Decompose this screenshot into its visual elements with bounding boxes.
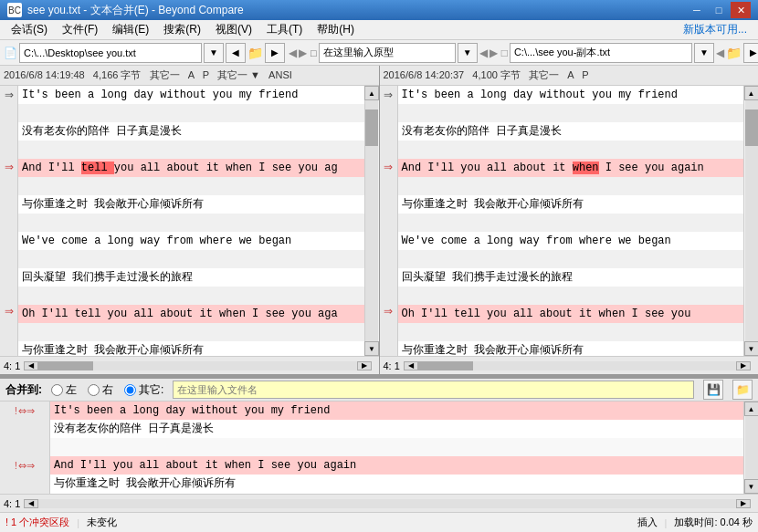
right-hscroll-left[interactable]: ◀ (404, 361, 418, 370)
right-hscroll-thumb[interactable] (418, 361, 473, 370)
left-scroll-thumb[interactable] (365, 110, 378, 146)
menu-help[interactable]: 帮助(H) (310, 20, 362, 39)
left-path-input[interactable] (19, 43, 202, 63)
left-text-area[interactable]: It's been a long day without you my frie… (18, 86, 364, 356)
left-line-13: Oh I'll tell you all about it when I see… (18, 305, 364, 323)
right-line-9: We've come a long way from where we bega… (398, 232, 744, 250)
left-hscroll-thumb[interactable] (38, 361, 93, 370)
merge-line-3 (50, 438, 743, 456)
right-hscroll-track[interactable]: ◀ ▶ (404, 361, 751, 370)
left-panel-header: 2016/6/8 14:19:48 4,166 字节 其它一 A P 其它一 ▼… (0, 66, 379, 86)
right-scroll-track[interactable] (745, 100, 758, 341)
left-position: 4: 1 (4, 360, 20, 371)
left-gutter-4 (0, 140, 17, 158)
left-gutter-8 (0, 212, 17, 230)
menu-tools[interactable]: 工具(T) (259, 20, 310, 39)
folder-icon-right: 📁 (726, 46, 742, 60)
right-meta: 2016/6/8 14:20:37 4,100 字节 其它一 A P (384, 68, 589, 82)
merge-hscroll[interactable]: ◀ ▶ (24, 499, 751, 508)
left-line-12 (18, 287, 364, 305)
menu-bar: 会话(S) 文件(F) 编辑(E) 搜索(R) 视图(V) 工具(T) 帮助(H… (0, 20, 758, 40)
right-scroll-up[interactable]: ▲ (744, 86, 759, 100)
left-line-7: 与你重逢之时 我会敞开心扉倾诉所有 (18, 195, 364, 214)
load-time: 加载时间: 0.04 秒 (674, 516, 753, 529)
right-hscroll-right[interactable]: ▶ (736, 361, 751, 370)
right-path-group: □ ▼ ◀ 📁 ▶ (501, 43, 758, 63)
left-gutter-11 (0, 266, 17, 284)
right-scroll-thumb[interactable] (745, 110, 758, 146)
right-gutter-2 (380, 104, 397, 122)
merge-hscroll-bar[interactable] (38, 499, 736, 508)
close-button[interactable]: ✕ (731, 2, 751, 18)
middle-arrow-left: ◀ (479, 47, 488, 59)
merge-scroll-up[interactable]: ▲ (744, 402, 759, 416)
left-hscroll-bar[interactable] (38, 361, 356, 370)
menu-edit[interactable]: 编辑(E) (105, 20, 156, 39)
right-gutter-7 (380, 193, 397, 212)
right-line-12 (398, 287, 744, 305)
merge-label: 合并到: (5, 382, 42, 398)
menu-search[interactable]: 搜索(R) (156, 20, 208, 39)
left-scroll-track[interactable] (365, 100, 378, 341)
left-hscroll-right[interactable]: ▶ (357, 361, 372, 370)
middle-arrow-right: ▶ (490, 47, 498, 59)
menu-view[interactable]: 视图(V) (208, 20, 259, 39)
update-notice[interactable]: 新版本可用... (683, 22, 754, 37)
merge-scroll-down[interactable]: ▼ (744, 479, 759, 494)
right-gutter-9 (380, 230, 397, 248)
right-status: 4: 1 ◀ ▶ (380, 356, 759, 374)
right-vscroll[interactable]: ▲ ▼ (743, 86, 758, 356)
main-area: 2016/6/8 14:19:48 4,166 字节 其它一 A P 其它一 ▼… (0, 66, 758, 512)
merge-header: 合并到: 左 右 其它: 💾 📁 (0, 378, 758, 402)
left-hscroll-track[interactable]: ◀ ▶ (24, 361, 371, 370)
merge-hscroll-left[interactable]: ◀ (24, 499, 38, 508)
merge-folder-btn[interactable]: 📁 (732, 380, 753, 400)
status-separator-2: | (665, 517, 668, 528)
merge-left-label: 左 (66, 382, 77, 398)
right-path-dropdown[interactable]: ▼ (694, 43, 714, 63)
left-nav-btn[interactable]: ◀ (226, 43, 246, 63)
merge-gutter: ! ⇔⇒ ! ⇔⇒ (0, 402, 50, 494)
merge-content: ! ⇔⇒ ! ⇔⇒ It's been a long day without y… (0, 402, 758, 494)
left-gutter-14 (0, 320, 17, 339)
minimize-button[interactable]: ─ (687, 2, 707, 18)
left-vscroll[interactable]: ▲ ▼ (364, 86, 379, 356)
right-scroll-down[interactable]: ▼ (744, 341, 759, 356)
left-nav-right-btn[interactable]: ▶ (265, 43, 285, 63)
merge-option-left[interactable]: 左 (51, 382, 77, 398)
left-scroll-up[interactable]: ▲ (364, 86, 379, 100)
maximize-button[interactable]: □ (709, 2, 729, 18)
right-gutter-14 (380, 320, 397, 339)
left-gutter: ⇒ ⇒ ⇒ (0, 86, 18, 356)
folder-icon-left: 📁 (247, 46, 263, 60)
merge-scroll-track[interactable] (745, 416, 758, 479)
merge-option-other[interactable]: 其它: (124, 382, 163, 398)
right-line-14 (398, 323, 744, 341)
merge-vscroll[interactable]: ▲ ▼ (743, 402, 758, 494)
left-path-dropdown[interactable]: ▼ (204, 43, 224, 63)
right-path-input[interactable] (510, 43, 692, 63)
merge-save-btn[interactable]: 💾 (703, 380, 723, 400)
middle-dropdown[interactable]: ▼ (458, 43, 478, 63)
right-nav-btn[interactable]: ▶ (743, 43, 758, 63)
left-line-5: And I'll tell you all about it when I se… (18, 159, 364, 177)
window-controls: ─ □ ✕ (687, 2, 751, 18)
menu-session[interactable]: 会话(S) (4, 20, 55, 39)
left-hscroll-left[interactable]: ◀ (24, 361, 38, 370)
middle-path-input[interactable] (319, 43, 456, 63)
merge-gutter-row-1: ! ⇔⇒ (0, 402, 49, 420)
right-line-3: 没有老友你的陪伴 日子真是漫长 (398, 122, 744, 141)
merge-hscroll-right[interactable]: ▶ (736, 499, 751, 508)
right-panel: 2016/6/8 14:20:37 4,100 字节 其它一 A P ⇒ ⇒ (380, 66, 759, 374)
left-meta: 2016/6/8 14:19:48 4,166 字节 其它一 A P 其它一 ▼… (4, 68, 292, 82)
merge-path-input[interactable] (173, 381, 694, 399)
right-text-area[interactable]: It's been a long day without you my frie… (398, 86, 744, 356)
merge-option-right[interactable]: 右 (88, 382, 113, 398)
merge-text-area[interactable]: It's been a long day without you my frie… (50, 402, 743, 494)
left-panel-bottom: 4: 1 ◀ ▶ (0, 356, 379, 374)
left-panel-content: ⇒ ⇒ ⇒ It's (0, 86, 379, 356)
left-gutter-3 (0, 121, 17, 140)
right-hscroll-bar[interactable] (418, 361, 736, 370)
menu-file[interactable]: 文件(F) (55, 20, 105, 39)
left-scroll-down[interactable]: ▼ (364, 341, 379, 356)
